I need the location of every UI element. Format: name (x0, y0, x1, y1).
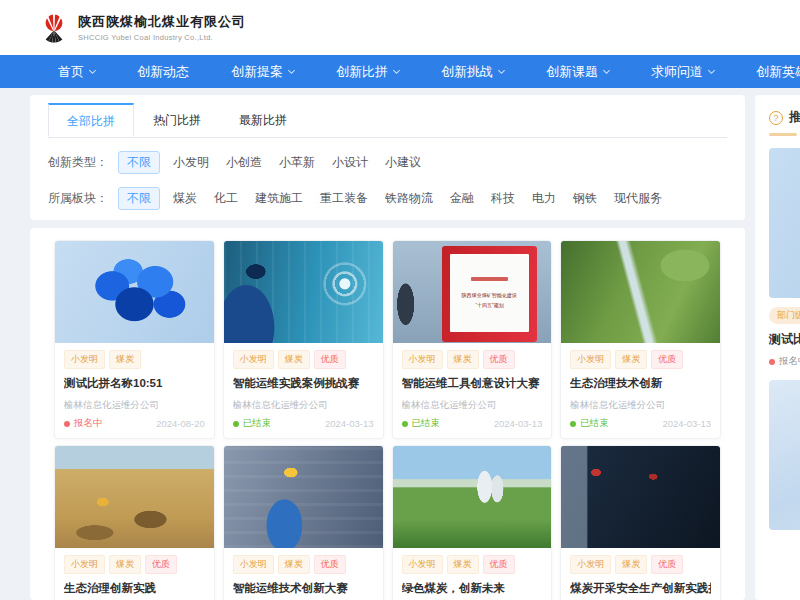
nav-item-label: 首页 (58, 63, 84, 81)
recommended-card[interactable] (769, 380, 800, 530)
card-date: 2024-03-13 (662, 418, 711, 429)
filter-option[interactable]: 建筑施工 (255, 190, 303, 207)
filter-option[interactable]: 小建议 (385, 154, 421, 171)
tag-煤炭: 煤炭 (278, 350, 310, 369)
light-blue-image (769, 380, 800, 530)
nav-item-label: 创新提案 (231, 63, 283, 81)
filter-option[interactable]: 小创造 (226, 154, 262, 171)
nav-item-4[interactable]: 创新比拼 (336, 63, 399, 81)
status-badge: 报名中 (769, 355, 800, 368)
card-body: 小发明煤炭优质绿色煤炭，创新未来榆林信息化运维分公司已结束2024-03-02 (393, 548, 552, 600)
filter-option[interactable]: 钢铁 (573, 190, 597, 207)
tag-优质: 优质 (483, 555, 515, 574)
card-title[interactable]: 生态治理创新实践 (64, 581, 205, 596)
filter-option[interactable]: 电力 (532, 190, 556, 207)
filter-option[interactable]: 小设计 (332, 154, 368, 171)
plaque-text: 陕西煤业煤矿智能化建设 (462, 292, 518, 298)
recommended-card-title[interactable]: 测试比拼名称10:51 (769, 331, 800, 348)
filter-option[interactable]: 铁路物流 (385, 190, 433, 207)
tag-煤炭: 煤炭 (615, 555, 647, 574)
filter-option[interactable]: 化工 (214, 190, 238, 207)
card-date: 2024-03-13 (494, 418, 543, 429)
filter-option[interactable]: 金融 (450, 190, 474, 207)
card-tags: 小发明煤炭优质 (233, 350, 374, 369)
open-pit-mine-image (55, 446, 214, 548)
tab-1[interactable]: 全部比拼 (48, 103, 134, 137)
card-footer: 已结束2024-03-13 (570, 417, 711, 430)
card-body: 小发明煤炭优质智能运维技术创新大赛榆林信息化运维分公司已结束2024-03-06 (224, 548, 383, 600)
nav-item-8[interactable]: 创新英雄榜 (756, 63, 800, 81)
filter-option-selected[interactable]: 不限 (118, 151, 160, 174)
nav-item-5[interactable]: 创新挑战 (441, 63, 504, 81)
recommended-card[interactable]: 部门级测试比拼名称10:51报名中 (769, 148, 800, 368)
tab-bar: 全部比拼热门比拼最新比拼 (48, 103, 727, 138)
card-body: 小发明煤炭优质智能运维工具创意设计大赛榆林信息化运维分公司已结束2024-03-… (393, 343, 552, 438)
sidebar-title: 推荐比拼 (789, 109, 800, 126)
sidebar-header: ? 推荐比拼 (769, 109, 800, 126)
card-footer: 报名中2024-08-20 (64, 417, 205, 430)
filter-option[interactable]: 现代服务 (614, 190, 662, 207)
competition-card[interactable]: 小发明煤炭优质煤炭开采安全生产创新实践挑战赛榆林信息化运维分公司已结束2024-… (560, 445, 721, 600)
filter-option[interactable]: 重工装备 (320, 190, 368, 207)
nav-item-3[interactable]: 创新提案 (231, 63, 294, 81)
site-header: 陕西陕煤榆北煤业有限公司 SHCCIG Yubei Coal Industry … (0, 0, 800, 55)
card-title[interactable]: 测试比拼名称10:51 (64, 376, 205, 391)
chevron-down-icon (498, 66, 505, 73)
blue-bloom-image (55, 241, 214, 343)
blue-bloom-image (769, 148, 800, 298)
company-name: 陕西陕煤榆北煤业有限公司 (78, 13, 246, 31)
card-title[interactable]: 智能运维工具创意设计大赛 (402, 376, 543, 391)
sidebar-underline (769, 133, 797, 136)
card-title[interactable]: 生态治理技术创新 (570, 376, 711, 391)
filter-option[interactable]: 科技 (491, 190, 515, 207)
company-brand: 陕西陕煤榆北煤业有限公司 SHCCIG Yubei Coal Industry … (78, 13, 246, 42)
card-tags: 小发明煤炭优质 (402, 555, 543, 574)
tag-优质: 优质 (314, 555, 346, 574)
nav-item-7[interactable]: 求师问道 (651, 63, 714, 81)
status-badge: 报名中 (64, 417, 103, 430)
card-body: 小发明煤炭优质煤炭开采安全生产创新实践挑战赛榆林信息化运维分公司已结束2024-… (561, 548, 720, 600)
nav-item-label: 创新动态 (137, 63, 189, 81)
card-body: 小发明煤炭优质生态治理创新实践榆林信息化运维分公司已结束2024-03-13 (55, 548, 214, 600)
card-title[interactable]: 绿色煤炭，创新未来 (402, 581, 543, 596)
aerial-river-valley-image (561, 241, 720, 343)
nav-item-2[interactable]: 创新动态 (137, 63, 189, 81)
tag-煤炭: 煤炭 (615, 350, 647, 369)
card-footer: 已结束2024-03-13 (402, 417, 543, 430)
card-tags: 小发明煤炭优质 (570, 555, 711, 574)
filter-option[interactable]: 煤炭 (173, 190, 197, 207)
maintenance-worker-image (224, 446, 383, 548)
tag-煤炭: 煤炭 (447, 555, 479, 574)
tag-小发明: 小发明 (570, 555, 611, 574)
nav-item-6[interactable]: 创新课题 (546, 63, 609, 81)
nav-item-1[interactable]: 首页 (58, 63, 95, 81)
filter-row-2: 所属板块：不限煤炭化工建筑施工重工装备铁路物流金融科技电力钢铁现代服务 (48, 187, 727, 210)
competition-card[interactable]: 小发明煤炭优质智能运维技术创新大赛榆林信息化运维分公司已结束2024-03-06 (223, 445, 384, 600)
competition-card[interactable]: 小发明煤炭优质绿色煤炭，创新未来榆林信息化运维分公司已结束2024-03-02 (392, 445, 553, 600)
plaque: 陕西煤业煤矿智能化建设“十四五”规划 (450, 254, 529, 332)
tab-3[interactable]: 最新比拼 (220, 103, 306, 137)
card-title[interactable]: 煤炭开采安全生产创新实践挑战赛 (570, 581, 711, 596)
status-badge: 已结束 (570, 417, 609, 430)
card-title[interactable]: 智能运维技术创新大赛 (233, 581, 374, 596)
tag-小发明: 小发明 (402, 350, 443, 369)
night-inspection-image (561, 446, 720, 548)
chevron-down-icon (708, 66, 715, 73)
competition-card[interactable]: 小发明煤炭优质生态治理创新实践榆林信息化运维分公司已结束2024-03-13 (54, 445, 215, 600)
tag-小发明: 小发明 (402, 555, 443, 574)
card-date: 2024-03-13 (325, 418, 374, 429)
competition-card[interactable]: 小发明煤炭测试比拼名称10:51榆林信息化运维分公司报名中2024-08-20 (54, 240, 215, 439)
ar-worker-image (224, 241, 383, 343)
competition-card[interactable]: 小发明煤炭优质生态治理技术创新榆林信息化运维分公司已结束2024-03-13 (560, 240, 721, 439)
card-title[interactable]: 智能运维实践案例挑战赛 (233, 376, 374, 391)
card-org: 榆林信息化运维分公司 (570, 399, 711, 412)
competition-card[interactable]: 小发明煤炭优质智能运维实践案例挑战赛榆林信息化运维分公司已结束2024-03-1… (223, 240, 384, 439)
tab-2[interactable]: 热门比拼 (134, 103, 220, 137)
nav-item-label: 创新课题 (546, 63, 598, 81)
filter-option[interactable]: 小发明 (173, 154, 209, 171)
filter-option[interactable]: 小革新 (279, 154, 315, 171)
competition-card[interactable]: 陕西煤业煤矿智能化建设“十四五”规划小发明煤炭优质智能运维工具创意设计大赛榆林信… (392, 240, 553, 439)
filter-option-selected[interactable]: 不限 (118, 187, 160, 210)
tag-优质: 优质 (145, 555, 177, 574)
tag-优质: 优质 (651, 350, 683, 369)
